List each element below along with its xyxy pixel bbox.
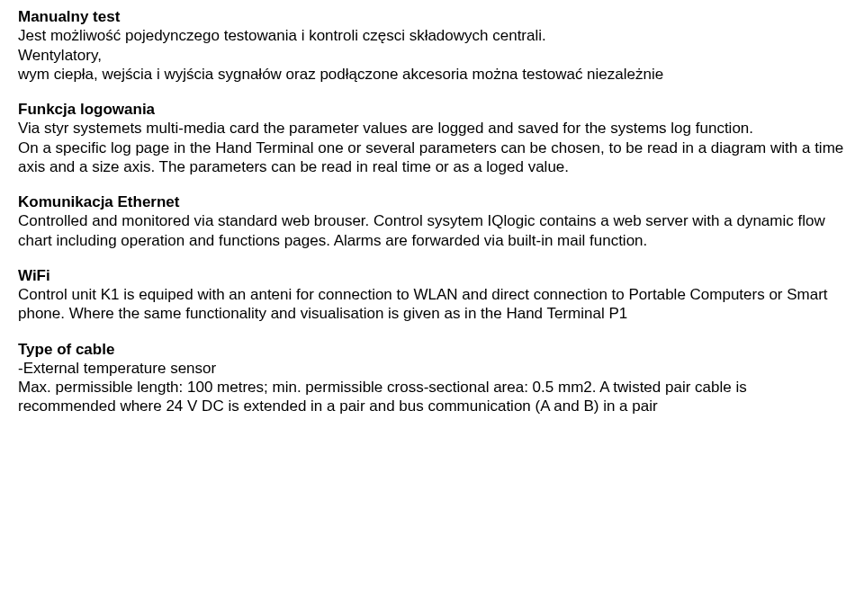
body-text: Control unit K1 is equiped with an anten…	[18, 285, 846, 324]
section-wifi: WiFi Control unit K1 is equiped with an …	[18, 266, 846, 324]
body-text: Via styr systemets multi-media card the …	[18, 119, 846, 138]
section-type-of-cable: Type of cable -External temperature sens…	[18, 340, 846, 416]
body-text: -External temperature sensor	[18, 359, 846, 378]
heading-type-of-cable: Type of cable	[18, 340, 846, 359]
body-text: Controlled and monitored via standard we…	[18, 211, 846, 250]
body-text: Max. permissible length: 100 metres; min…	[18, 378, 846, 416]
body-text: Wentylatory,	[18, 46, 846, 65]
heading-manualny-test: Manualny test	[18, 7, 846, 26]
section-manualny-test: Manualny test Jest możliwość pojedynczeg…	[18, 7, 846, 84]
heading-funkcja-logowania: Funkcja logowania	[18, 100, 846, 119]
heading-komunikacja-ethernet: Komunikacja Ethernet	[18, 192, 846, 211]
heading-wifi: WiFi	[18, 266, 846, 285]
body-text: On a specific log page in the Hand Termi…	[18, 138, 846, 177]
section-komunikacja-ethernet: Komunikacja Ethernet Controlled and moni…	[18, 192, 846, 250]
document-page: Manualny test Jest możliwość pojedynczeg…	[0, 0, 864, 416]
body-text: Jest możliwość pojedynczego testowania i…	[18, 26, 846, 45]
section-funkcja-logowania: Funkcja logowania Via styr systemets mul…	[18, 100, 846, 176]
body-text: wym ciepła, wejścia i wyjścia sygnałów o…	[18, 65, 846, 84]
